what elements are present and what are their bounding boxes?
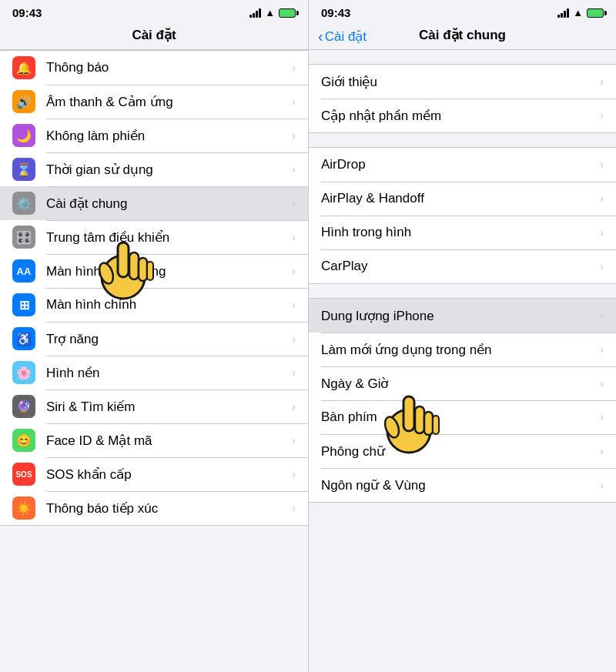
status-icons-right: ▲ [557,7,604,18]
thong-bao-icon: 🔔 [12,56,35,79]
status-icons-left: ▲ [249,7,296,18]
settings-list-left[interactable]: 🔔Thông báo›🔊Âm thanh & Cảm ứng›🌙Không là… [0,50,308,672]
chevron-right-icon: › [292,333,296,345]
chevron-right-icon: › [292,366,296,379]
list-item[interactable]: SOSSOS khẩn cấp› [0,457,308,491]
list-item[interactable]: AirDrop› [309,148,616,182]
ngon-ngu-label: Ngôn ngữ & Vùng [321,477,595,493]
list-item[interactable]: ⊞Màn hình chính› [0,288,308,322]
gioi-thieu-label: Giới thiệu [321,74,595,90]
list-item[interactable]: Làm mới ứng dụng trong nền› [309,333,616,366]
hinh-nen-icon: 🌸 [12,361,35,384]
chevron-right-icon: › [292,231,296,243]
list-item[interactable]: ♿Trợ năng› [0,322,308,356]
chevron-right-icon: › [292,163,296,176]
list-item[interactable]: Hình trong hình› [309,216,616,249]
tro-nang-label: Trợ năng [46,331,287,347]
khong-lam-phien-label: Không làm phiền [46,128,287,144]
hinh-nen-label: Hình nền [46,365,287,381]
chevron-right-icon: › [292,502,296,514]
status-time-left: 09:43 [12,6,42,19]
face-id-label: Face ID & Mật mã [46,433,287,449]
list-item[interactable]: Dung lượng iPhone› [309,299,616,333]
tro-nang-icon: ♿ [12,327,35,350]
nav-header-right: ‹ Cài đặt Cài đặt chung [309,22,616,49]
thoi-gian-icon: ⌛ [12,158,35,181]
settings-group-1: AirDrop›AirPlay & Handoff›Hình trong hìn… [309,147,616,284]
list-item[interactable]: Cập nhật phần mềm› [309,99,616,132]
thoi-gian-label: Thời gian sử dụng [46,162,287,178]
list-item[interactable]: Giới thiệu› [309,65,616,99]
signal-icon-left [249,8,261,18]
nav-header-left: Cài đặt [0,22,308,49]
thong-bao-tiep-xuc-label: Thông báo tiếp xúc [46,500,287,517]
back-chevron-icon: ‹ [318,28,323,43]
airplay-label: AirPlay & Handoff [321,191,595,206]
list-item[interactable]: ☀️Thông báo tiếp xúc› [0,491,308,525]
left-panel: 09:43 ▲ Cài đặt 🔔Thông báo›🔊Âm thanh & C… [0,0,308,672]
chevron-right-icon: › [600,445,604,457]
wifi-icon-right: ▲ [573,7,583,18]
face-id-icon: 😊 [12,429,35,452]
list-item[interactable]: AAMàn hình & Độ sáng› [0,254,308,288]
am-thanh-label: Âm thanh & Cảm ứng [46,94,287,110]
khong-lam-phien-icon: 🌙 [12,124,35,147]
thong-bao-tiep-xuc-icon: ☀️ [12,496,35,520]
list-item[interactable]: Bàn phím› [309,400,616,434]
section-gap [309,50,616,64]
chevron-right-icon: › [292,129,296,142]
settings-list-right[interactable]: Giới thiệu›Cập nhật phần mềm›AirDrop›Air… [309,50,616,672]
list-item[interactable]: 🔔Thông báo› [0,51,308,85]
am-thanh-icon: 🔊 [12,90,35,113]
status-bar-right: 09:43 ▲ [309,0,616,22]
battery-icon-left [279,8,296,18]
ban-phim-label: Bàn phím [321,410,595,425]
battery-icon-right [587,8,604,18]
signal-icon-right [557,8,569,18]
man-hinh-c-label: Màn hình chính [46,297,287,313]
sos-icon: SOS [12,463,35,486]
settings-group-0: Giới thiệu›Cập nhật phần mềm› [309,64,616,133]
chevron-right-icon: › [292,265,296,277]
cap-nhat-label: Cập nhật phần mềm [321,108,595,124]
trung-tam-label: Trung tâm điều khiển [46,229,287,246]
cai-dat-chung-label: Cài đặt chung [46,196,287,212]
page-title-left: Cài đặt [12,27,296,43]
right-panel: 09:43 ▲ ‹ Cài đặt Cài đặt chung Giới thi… [308,0,616,672]
chevron-right-icon: › [600,411,604,423]
chevron-right-icon: › [292,468,296,480]
phong-chu-label: Phông chữ [321,443,595,460]
list-item[interactable]: CarPlay› [309,249,616,283]
hinh-trong-hinh-label: Hình trong hình [321,225,595,240]
list-item[interactable]: 🌙Không làm phiền› [0,119,308,152]
chevron-right-icon: › [600,260,604,272]
chevron-right-icon: › [600,109,604,122]
list-item[interactable]: 😊Face ID & Mật mã› [0,423,308,457]
list-item[interactable]: Phông chữ› [309,434,616,468]
list-item[interactable]: 🔮Siri & Tìm kiếm› [0,389,308,423]
list-item[interactable]: 🔊Âm thanh & Cảm ứng› [0,85,308,119]
lam-moi-label: Làm mới ứng dụng trong nền [321,342,595,358]
list-item[interactable]: 🌸Hình nền› [0,356,308,389]
chevron-right-icon: › [292,95,296,108]
section-gap [309,133,616,147]
chevron-right-icon: › [292,434,296,446]
sos-label: SOS khẩn cấp [46,466,287,483]
chevron-right-icon: › [600,377,604,389]
status-time-right: 09:43 [321,6,350,19]
back-button[interactable]: ‹ Cài đặt [318,28,367,44]
list-item[interactable]: ⚙️Cài đặt chung› [0,186,308,220]
group-1-left: 🔔Thông báo›🔊Âm thanh & Cảm ứng›🌙Không là… [0,50,308,526]
list-item[interactable]: Ngày & Giờ› [309,366,616,400]
chevron-right-icon: › [600,159,604,171]
chevron-right-icon: › [600,343,604,356]
settings-group-2: Dung lượng iPhone›Làm mới ứng dụng trong… [309,298,616,503]
status-bar-left: 09:43 ▲ [0,0,308,22]
chevron-right-icon: › [292,400,296,413]
ngay-gio-label: Ngày & Giờ [321,376,595,392]
list-item[interactable]: 🎛️Trung tâm điều khiển› [0,220,308,254]
list-item[interactable]: ⌛Thời gian sử dụng› [0,152,308,186]
list-item[interactable]: Ngôn ngữ & Vùng› [309,468,616,502]
chevron-right-icon: › [600,309,604,322]
list-item[interactable]: AirPlay & Handoff› [309,182,616,216]
